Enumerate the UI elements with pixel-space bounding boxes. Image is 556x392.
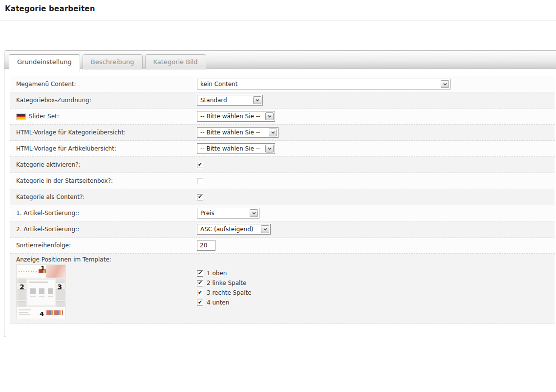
kategoriebox-zuordnung-select-value: Standard — [197, 97, 229, 104]
dropdown-arrow-icon[interactable] — [265, 112, 274, 120]
kategorie-startseitenbox-label: Kategorie in der Startseitenbox?: — [16, 177, 197, 184]
kategorie-startseitenbox-checkbox[interactable] — [197, 178, 203, 184]
dropdown-arrow-icon[interactable] — [265, 145, 274, 152]
form-rows: Megamenü Content:kein ContentKategoriebo… — [10, 76, 555, 324]
preview-nav-dots — [19, 271, 37, 272]
kategorie-als-content-label-text: Kategorie als Content?: — [16, 194, 85, 200]
kategorie-als-content-checkbox[interactable] — [197, 194, 203, 200]
preview-position-number-2: 2 — [20, 283, 24, 290]
artikel-sortierung-2-select-value: ASC (aufsteigend) — [197, 226, 255, 233]
megamenu-content-label: Megamenü Content: — [16, 81, 197, 87]
position-option-2: 2 linke Spalte — [197, 278, 252, 288]
html-vorlage-artikeluebersicht-label: HTML-Vorlage für Artikelübersicht: — [16, 145, 197, 152]
sortierreihenfolge-row: Sortierreihenfolge: — [10, 238, 555, 254]
sortierreihenfolge-label-text: Sortierreihenfolge: — [16, 242, 71, 249]
html-vorlage-kategorieuebersicht-row: HTML-Vorlage für Kategorieübersicht:-- B… — [10, 125, 555, 141]
megamenu-content-row: Megamenü Content:kein Content — [10, 76, 555, 92]
preview-main-area — [17, 278, 65, 307]
kategorie-aktivieren-label: Kategorie aktivieren?: — [16, 161, 197, 168]
preview-banner-image — [46, 265, 65, 278]
tab-grundeinstellung[interactable]: Grundeinstellung — [9, 54, 80, 72]
html-vorlage-artikeluebersicht-row: HTML-Vorlage für Artikelübersicht:-- Bit… — [10, 141, 555, 157]
megamenu-content-select[interactable]: kein Content — [197, 79, 450, 89]
artikel-sortierung-1-label-text: 1. Artikel-Sortierung:: — [16, 210, 79, 217]
kategorie-startseitenbox-label-text: Kategorie in der Startseitenbox?: — [16, 177, 113, 184]
position-option-label: 3 rechte Spalte — [207, 289, 252, 296]
artikel-sortierung-2-label: 2. Artikel-Sortierung:: — [16, 226, 197, 233]
position-option-label: 4 unten — [207, 299, 229, 306]
artikel-sortierung-2-row: 2. Artikel-Sortierung::ASC (aufsteigend) — [10, 221, 555, 238]
dropdown-arrow-icon[interactable] — [250, 209, 258, 217]
form-rows-auto: Megamenü Content:kein ContentKategoriebo… — [10, 76, 555, 254]
slider-set-label: Slider Set: — [16, 113, 197, 120]
position-option-label: 1 oben — [207, 270, 227, 277]
kategorie-aktivieren-checkbox[interactable] — [197, 162, 203, 168]
artikel-sortierung-1-row: 1. Artikel-Sortierung::Preis — [10, 205, 555, 221]
kategorie-aktivieren-row: Kategorie aktivieren?: — [10, 157, 555, 173]
slider-set-row: Slider Set:-- Bitte wählen Sie -- — [10, 109, 555, 125]
anzeige-positionen-content: 1 2 3 4 1 oben2 linke Spalte3 rechte Spa… — [16, 264, 555, 319]
settings-panel: Grundeinstellung Beschreibung Kategorie … — [4, 50, 556, 337]
html-vorlage-artikeluebersicht-select[interactable]: -- Bitte wählen Sie -- — [197, 143, 275, 154]
kategorie-startseitenbox-row: Kategorie in der Startseitenbox?: — [10, 173, 555, 189]
sortierreihenfolge-input[interactable] — [197, 240, 215, 251]
preview-position-number-1: 1 — [41, 265, 45, 271]
artikel-sortierung-2-select[interactable]: ASC (aufsteigend) — [197, 224, 271, 235]
html-vorlage-kategorieuebersicht-label-text: HTML-Vorlage für Kategorieübersicht: — [16, 129, 126, 136]
position-4-checkbox[interactable] — [197, 300, 203, 306]
preview-footer-logo — [46, 310, 63, 315]
html-vorlage-kategorieuebersicht-label: HTML-Vorlage für Kategorieübersicht: — [16, 129, 197, 136]
template-preview-image: 1 2 3 4 — [16, 264, 66, 319]
position-3-checkbox[interactable] — [197, 290, 203, 296]
title-divider — [0, 21, 556, 21]
position-option-3: 3 rechte Spalte — [197, 288, 252, 298]
dropdown-arrow-icon[interactable] — [261, 225, 269, 233]
preview-position-number-3: 3 — [57, 283, 62, 290]
kategorie-als-content-label: Kategorie als Content?: — [16, 194, 197, 200]
position-option-4: 4 unten — [197, 298, 252, 307]
html-vorlage-artikeluebersicht-select-value: -- Bitte wählen Sie -- — [197, 145, 262, 152]
slider-set-select[interactable]: -- Bitte wählen Sie -- — [197, 111, 275, 122]
artikel-sortierung-2-label-text: 2. Artikel-Sortierung:: — [16, 226, 79, 233]
anzeige-positionen-label: Anzeige Positionen im Template: — [16, 256, 555, 263]
position-option-label: 2 linke Spalte — [207, 280, 246, 286]
sortierreihenfolge-label: Sortierreihenfolge: — [16, 242, 197, 249]
tab-kategorie-bild[interactable]: Kategorie Bild — [145, 54, 206, 69]
anzeige-positionen-row: Anzeige Positionen im Template: — [10, 254, 555, 324]
position-2-checkbox[interactable] — [197, 280, 203, 286]
preview-product-grid — [27, 279, 55, 306]
position-checkbox-list: 1 oben2 linke Spalte3 rechte Spalte4 unt… — [197, 264, 252, 307]
kategoriebox-zuordnung-label: Kategoriebox-Zuordnung: — [16, 97, 197, 104]
slider-set-label-text: Slider Set: — [29, 113, 59, 120]
page-title: Kategorie bearbeiten — [5, 4, 95, 13]
position-option-1: 1 oben — [197, 268, 252, 278]
german-flag-icon — [16, 113, 26, 120]
artikel-sortierung-1-label: 1. Artikel-Sortierung:: — [16, 210, 197, 217]
kategorie-aktivieren-label-text: Kategorie aktivieren?: — [16, 161, 81, 168]
kategorie-als-content-row: Kategorie als Content?: — [10, 189, 555, 205]
tab-beschreibung[interactable]: Beschreibung — [83, 54, 143, 69]
kategoriebox-zuordnung-label-text: Kategoriebox-Zuordnung: — [16, 97, 91, 104]
megamenu-content-select-value: kein Content — [197, 81, 239, 87]
dropdown-arrow-icon[interactable] — [253, 96, 261, 104]
panel-body: Megamenü Content:kein ContentKategoriebo… — [4, 69, 556, 324]
html-vorlage-artikeluebersicht-label-text: HTML-Vorlage für Artikelübersicht: — [16, 145, 116, 152]
kategoriebox-zuordnung-row: Kategoriebox-Zuordnung:Standard — [10, 92, 555, 109]
artikel-sortierung-1-select-value: Preis — [197, 210, 216, 217]
slider-set-select-value: -- Bitte wählen Sie -- — [197, 113, 262, 120]
preview-position-number-4: 4 — [40, 311, 44, 317]
html-vorlage-kategorieuebersicht-select[interactable]: -- Bitte wählen Sie -- — [197, 127, 278, 138]
html-vorlage-kategorieuebersicht-select-value: -- Bitte wählen Sie -- — [197, 129, 262, 136]
dropdown-arrow-icon[interactable] — [269, 129, 277, 136]
megamenu-content-label-text: Megamenü Content: — [16, 81, 76, 87]
kategoriebox-zuordnung-select[interactable]: Standard — [197, 95, 263, 106]
dropdown-arrow-icon[interactable] — [441, 80, 449, 88]
artikel-sortierung-1-select[interactable]: Preis — [197, 208, 259, 218]
position-1-checkbox[interactable] — [197, 270, 203, 277]
tab-bar: Grundeinstellung Beschreibung Kategorie … — [4, 51, 556, 69]
